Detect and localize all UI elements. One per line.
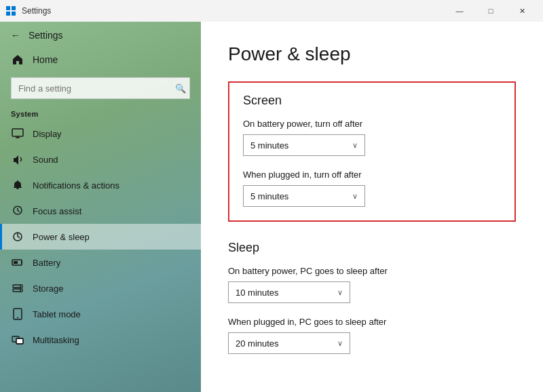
back-button[interactable]: ← Settings xyxy=(0,24,201,46)
sleep-battery-dropdown[interactable]: 10 minutes ∨ xyxy=(228,281,350,303)
svg-rect-2 xyxy=(6,12,10,16)
search-input[interactable] xyxy=(11,77,190,99)
svg-rect-4 xyxy=(12,129,23,136)
page-title: Power & sleep xyxy=(228,43,516,65)
sleep-battery-value: 10 minutes xyxy=(236,288,279,298)
sleep-battery-label: On battery power, PC goes to sleep after xyxy=(228,266,516,276)
sidebar-item-power-sleep[interactable]: Power & sleep xyxy=(0,224,201,250)
sidebar-item-focus-assist-label: Focus assist xyxy=(33,206,81,216)
sleep-plugged-label: When plugged in, PC goes to sleep after xyxy=(228,317,516,327)
sidebar-item-storage-label: Storage xyxy=(33,283,64,294)
sleep-section: Sleep On battery power, PC goes to sleep… xyxy=(228,241,516,354)
storage-icon xyxy=(11,281,24,295)
sidebar-item-power-sleep-label: Power & sleep xyxy=(33,232,90,242)
screen-battery-chevron-icon: ∨ xyxy=(352,141,358,150)
sidebar-item-battery-label: Battery xyxy=(33,258,60,268)
home-nav-item[interactable]: Home xyxy=(0,46,201,73)
titlebar: Settings — □ ✕ xyxy=(0,0,543,22)
back-arrow-icon: ← xyxy=(11,30,20,41)
sidebar-item-sound[interactable]: Sound xyxy=(0,146,201,172)
screen-plugged-field: When plugged in, turn off after 5 minute… xyxy=(243,170,501,207)
svg-rect-3 xyxy=(12,12,16,16)
battery-icon xyxy=(11,256,24,269)
screen-battery-dropdown[interactable]: 5 minutes ∨ xyxy=(243,134,365,156)
search-box[interactable]: 🔍 xyxy=(11,77,190,99)
sidebar: ← Settings Home 🔍 System Dis xyxy=(0,22,201,392)
svg-rect-0 xyxy=(6,6,10,10)
screen-plugged-label: When plugged in, turn off after xyxy=(243,170,501,180)
power-sleep-icon xyxy=(11,230,24,243)
sidebar-item-notifications-label: Notifications & actions xyxy=(33,180,119,191)
window-title: Settings xyxy=(22,6,444,16)
svg-rect-1 xyxy=(12,6,16,10)
notifications-icon xyxy=(11,178,24,192)
svg-rect-7 xyxy=(14,261,18,264)
sidebar-item-sound-label: Sound xyxy=(33,155,58,165)
focus-assist-icon xyxy=(11,204,24,218)
svg-rect-15 xyxy=(16,338,23,344)
sidebar-item-display[interactable]: Display xyxy=(0,121,201,146)
tablet-mode-icon xyxy=(11,307,24,321)
screen-plugged-chevron-icon: ∨ xyxy=(352,192,358,201)
home-label: Home xyxy=(33,54,58,65)
sidebar-item-multitasking-label: Multitasking xyxy=(33,335,79,345)
sidebar-item-focus-assist[interactable]: Focus assist xyxy=(0,198,201,224)
back-label: Settings xyxy=(29,30,63,41)
home-icon xyxy=(11,53,24,66)
screen-battery-label: On battery power, turn off after xyxy=(243,119,501,129)
app-body: ← Settings Home 🔍 System Dis xyxy=(0,22,543,392)
screen-section-title: Screen xyxy=(243,94,501,108)
multitasking-icon xyxy=(11,333,24,347)
close-button[interactable]: ✕ xyxy=(506,0,538,22)
sidebar-item-tablet-mode-label: Tablet mode xyxy=(33,309,81,319)
sidebar-item-display-label: Display xyxy=(33,129,62,139)
sound-icon xyxy=(11,153,24,166)
svg-point-10 xyxy=(20,286,21,287)
sidebar-item-notifications[interactable]: Notifications & actions xyxy=(0,172,201,198)
sleep-plugged-dropdown[interactable]: 20 minutes ∨ xyxy=(228,332,350,354)
sleep-plugged-field: When plugged in, PC goes to sleep after … xyxy=(228,317,516,354)
sidebar-item-tablet-mode[interactable]: Tablet mode xyxy=(0,301,201,327)
search-icon-button[interactable]: 🔍 xyxy=(175,83,186,94)
content-area: Power & sleep Screen On battery power, t… xyxy=(201,22,543,392)
sidebar-item-battery[interactable]: Battery xyxy=(0,250,201,275)
maximize-button[interactable]: □ xyxy=(475,0,506,22)
screen-battery-field: On battery power, turn off after 5 minut… xyxy=(243,119,501,156)
app-icon xyxy=(5,5,16,16)
sleep-section-title: Sleep xyxy=(228,241,516,255)
sleep-battery-chevron-icon: ∨ xyxy=(337,288,343,297)
screen-section: Screen On battery power, turn off after … xyxy=(228,81,516,222)
screen-battery-value: 5 minutes xyxy=(250,140,288,151)
window-controls: — □ ✕ xyxy=(444,0,538,22)
sleep-battery-field: On battery power, PC goes to sleep after… xyxy=(228,266,516,303)
display-icon xyxy=(11,127,24,140)
sleep-plugged-value: 20 minutes xyxy=(236,338,279,349)
sidebar-section-label: System xyxy=(0,106,201,121)
screen-plugged-value: 5 minutes xyxy=(250,191,288,201)
svg-point-13 xyxy=(17,317,18,319)
sleep-plugged-chevron-icon: ∨ xyxy=(337,339,343,348)
minimize-button[interactable]: — xyxy=(444,0,475,22)
sidebar-item-storage[interactable]: Storage xyxy=(0,275,201,301)
svg-point-11 xyxy=(20,290,21,291)
screen-plugged-dropdown[interactable]: 5 minutes ∨ xyxy=(243,185,365,207)
sidebar-item-multitasking[interactable]: Multitasking xyxy=(0,327,201,353)
